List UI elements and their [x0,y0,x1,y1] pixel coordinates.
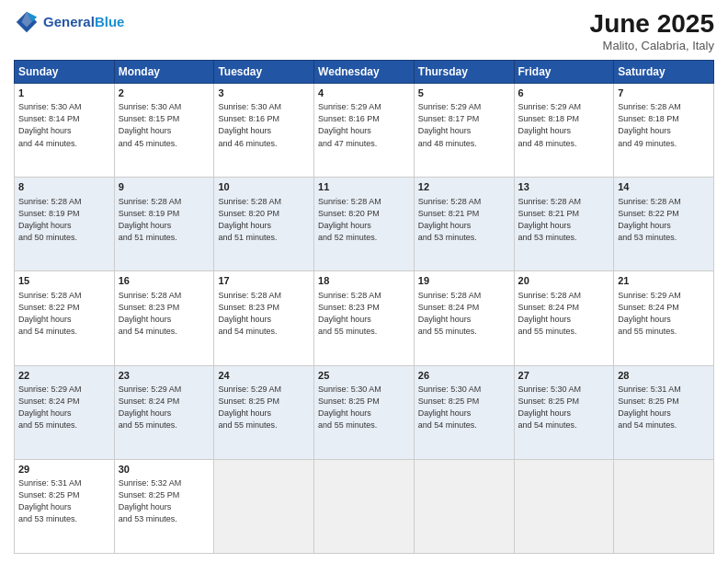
col-tuesday: Tuesday [214,61,314,84]
table-row [414,459,514,553]
logo-general: General [43,14,95,29]
day-number: 25 [318,369,410,383]
day-info: Sunrise: 5:29 AM Sunset: 8:24 PM Dayligh… [119,384,210,431]
table-row: 6 Sunrise: 5:29 AM Sunset: 8:18 PM Dayli… [514,84,614,178]
day-info: Sunrise: 5:28 AM Sunset: 8:23 PM Dayligh… [318,290,410,338]
day-number: 11 [318,180,410,194]
day-info: Sunrise: 5:29 AM Sunset: 8:24 PM Dayligh… [18,384,110,431]
day-info: Sunrise: 5:28 AM Sunset: 8:24 PM Dayligh… [418,290,510,338]
table-row: 3 Sunrise: 5:30 AM Sunset: 8:16 PM Dayli… [214,84,314,178]
day-number: 13 [518,180,610,194]
calendar-row: 8 Sunrise: 5:28 AM Sunset: 8:19 PM Dayli… [15,178,714,271]
day-info: Sunrise: 5:28 AM Sunset: 8:20 PM Dayligh… [318,196,410,244]
day-info: Sunrise: 5:30 AM Sunset: 8:15 PM Dayligh… [119,101,210,149]
calendar-header-row: Sunday Monday Tuesday Wednesday Thursday… [15,61,714,84]
day-info: Sunrise: 5:28 AM Sunset: 8:20 PM Dayligh… [218,196,310,244]
day-info: Sunrise: 5:30 AM Sunset: 8:25 PM Dayligh… [418,384,510,431]
day-number: 1 [18,86,110,100]
day-number: 29 [18,463,110,477]
day-number: 28 [618,369,710,383]
table-row: 11 Sunrise: 5:28 AM Sunset: 8:20 PM Dayl… [314,178,415,271]
day-info: Sunrise: 5:30 AM Sunset: 8:25 PM Dayligh… [318,384,410,431]
table-row [614,459,714,553]
table-row: 14 Sunrise: 5:28 AM Sunset: 8:22 PM Dayl… [614,178,714,271]
day-info: Sunrise: 5:29 AM Sunset: 8:16 PM Dayligh… [318,101,410,149]
table-row: 10 Sunrise: 5:28 AM Sunset: 8:20 PM Dayl… [214,178,314,271]
day-number: 20 [518,274,610,288]
logo: GeneralBlue [14,9,124,35]
day-info: Sunrise: 5:29 AM Sunset: 8:18 PM Dayligh… [518,101,610,149]
table-row: 15 Sunrise: 5:28 AM Sunset: 8:22 PM Dayl… [15,271,115,365]
day-info: Sunrise: 5:32 AM Sunset: 8:25 PM Dayligh… [119,477,210,525]
table-row: 1 Sunrise: 5:30 AM Sunset: 8:14 PM Dayli… [15,84,115,178]
table-row: 22 Sunrise: 5:29 AM Sunset: 8:24 PM Dayl… [15,365,115,459]
col-saturday: Saturday [614,61,714,84]
table-row: 4 Sunrise: 5:29 AM Sunset: 8:16 PM Dayli… [314,84,415,178]
table-row: 19 Sunrise: 5:28 AM Sunset: 8:24 PM Dayl… [414,271,514,365]
day-info: Sunrise: 5:29 AM Sunset: 8:24 PM Dayligh… [618,290,710,338]
calendar-row: 29 Sunrise: 5:31 AM Sunset: 8:25 PM Dayl… [15,459,714,553]
table-row: 8 Sunrise: 5:28 AM Sunset: 8:19 PM Dayli… [15,178,115,271]
table-row [314,459,415,553]
col-sunday: Sunday [15,61,115,84]
logo-icon [14,9,40,35]
table-row: 13 Sunrise: 5:28 AM Sunset: 8:21 PM Dayl… [514,178,614,271]
calendar-row: 22 Sunrise: 5:29 AM Sunset: 8:24 PM Dayl… [15,365,714,459]
table-row: 29 Sunrise: 5:31 AM Sunset: 8:25 PM Dayl… [15,459,115,553]
col-thursday: Thursday [414,61,514,84]
day-info: Sunrise: 5:28 AM Sunset: 8:19 PM Dayligh… [18,196,110,244]
col-monday: Monday [114,61,214,84]
logo-text: GeneralBlue [43,15,124,30]
header: GeneralBlue June 2025 Malito, Calabria, … [14,9,714,52]
table-row: 25 Sunrise: 5:30 AM Sunset: 8:25 PM Dayl… [314,365,415,459]
col-friday: Friday [514,61,614,84]
day-number: 7 [618,86,710,100]
table-row: 2 Sunrise: 5:30 AM Sunset: 8:15 PM Dayli… [114,84,214,178]
table-row: 18 Sunrise: 5:28 AM Sunset: 8:23 PM Dayl… [314,271,415,365]
day-info: Sunrise: 5:28 AM Sunset: 8:22 PM Dayligh… [18,290,110,338]
table-row: 17 Sunrise: 5:28 AM Sunset: 8:23 PM Dayl… [214,271,314,365]
table-row: 21 Sunrise: 5:29 AM Sunset: 8:24 PM Dayl… [614,271,714,365]
day-number: 19 [418,274,510,288]
day-number: 22 [18,369,110,383]
location-subtitle: Malito, Calabria, Italy [590,39,714,52]
day-number: 3 [218,86,310,100]
day-number: 12 [418,180,510,194]
day-number: 8 [18,180,110,194]
table-row [514,459,614,553]
calendar-table: Sunday Monday Tuesday Wednesday Thursday… [14,60,714,554]
day-info: Sunrise: 5:28 AM Sunset: 8:24 PM Dayligh… [518,290,610,338]
calendar-row: 15 Sunrise: 5:28 AM Sunset: 8:22 PM Dayl… [15,271,714,365]
day-info: Sunrise: 5:31 AM Sunset: 8:25 PM Dayligh… [618,384,710,431]
logo-blue: Blue [95,14,125,29]
day-number: 2 [119,86,210,100]
day-number: 16 [119,274,210,288]
day-info: Sunrise: 5:29 AM Sunset: 8:17 PM Dayligh… [418,101,510,149]
table-row: 26 Sunrise: 5:30 AM Sunset: 8:25 PM Dayl… [414,365,514,459]
day-info: Sunrise: 5:28 AM Sunset: 8:23 PM Dayligh… [119,290,210,338]
day-info: Sunrise: 5:29 AM Sunset: 8:25 PM Dayligh… [218,384,310,431]
title-area: June 2025 Malito, Calabria, Italy [590,9,714,52]
day-number: 27 [518,369,610,383]
table-row: 24 Sunrise: 5:29 AM Sunset: 8:25 PM Dayl… [214,365,314,459]
day-number: 21 [618,274,710,288]
table-row: 7 Sunrise: 5:28 AM Sunset: 8:18 PM Dayli… [614,84,714,178]
table-row: 5 Sunrise: 5:29 AM Sunset: 8:17 PM Dayli… [414,84,514,178]
table-row: 28 Sunrise: 5:31 AM Sunset: 8:25 PM Dayl… [614,365,714,459]
calendar-row: 1 Sunrise: 5:30 AM Sunset: 8:14 PM Dayli… [15,84,714,178]
day-number: 15 [18,274,110,288]
table-row: 30 Sunrise: 5:32 AM Sunset: 8:25 PM Dayl… [114,459,214,553]
table-row: 12 Sunrise: 5:28 AM Sunset: 8:21 PM Dayl… [414,178,514,271]
day-number: 18 [318,274,410,288]
day-info: Sunrise: 5:30 AM Sunset: 8:16 PM Dayligh… [218,101,310,149]
day-info: Sunrise: 5:28 AM Sunset: 8:21 PM Dayligh… [518,196,610,244]
day-number: 9 [119,180,210,194]
day-info: Sunrise: 5:28 AM Sunset: 8:21 PM Dayligh… [418,196,510,244]
table-row: 16 Sunrise: 5:28 AM Sunset: 8:23 PM Dayl… [114,271,214,365]
page: GeneralBlue June 2025 Malito, Calabria, … [0,0,728,563]
table-row: 23 Sunrise: 5:29 AM Sunset: 8:24 PM Dayl… [114,365,214,459]
day-info: Sunrise: 5:28 AM Sunset: 8:22 PM Dayligh… [618,196,710,244]
day-info: Sunrise: 5:28 AM Sunset: 8:18 PM Dayligh… [618,101,710,149]
day-info: Sunrise: 5:31 AM Sunset: 8:25 PM Dayligh… [18,477,110,525]
table-row: 9 Sunrise: 5:28 AM Sunset: 8:19 PM Dayli… [114,178,214,271]
